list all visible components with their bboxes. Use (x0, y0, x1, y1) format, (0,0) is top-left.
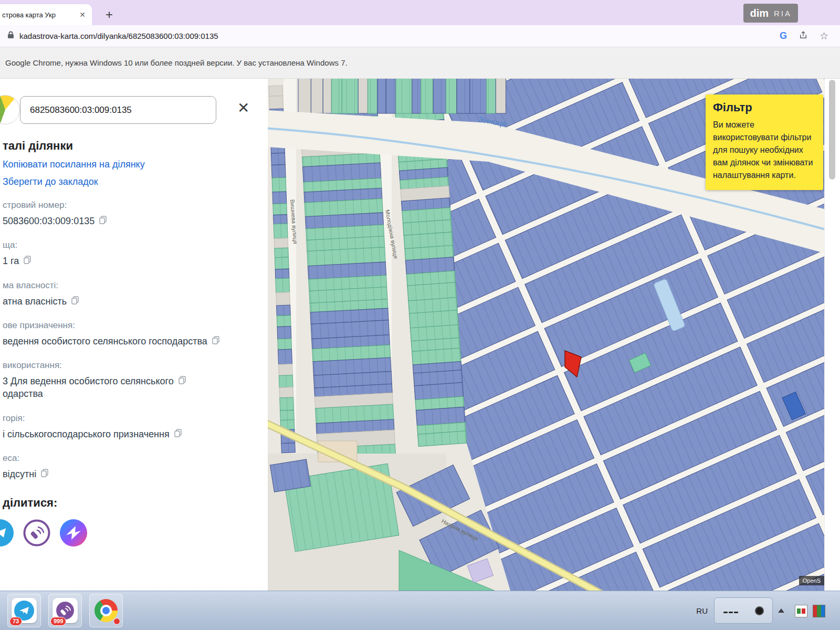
map-area: Зінниця Вишнева вулиця Молодіжна вулиця … (268, 79, 824, 591)
copy-icon[interactable] (41, 469, 48, 480)
filter-info-panel: Фільтр Ви можете використовувати фільтри… (706, 94, 823, 190)
share-row (3, 519, 261, 547)
field-area: ща: 1 га (3, 240, 261, 267)
address-bar-actions: G ☆ (780, 30, 833, 42)
windows-taskbar: 73 999 RU (0, 591, 840, 630)
tab-title: строва карта Укр (2, 11, 74, 19)
new-tab-button[interactable]: + (106, 9, 113, 20)
telegram-badge: 73 (9, 617, 22, 626)
language-bar-icon[interactable] (723, 606, 739, 615)
browser-window: строва карта Укр ✕ + dim RIA kadastrova-… (0, 0, 840, 630)
field-category: горія: і сільськогосподарського призначе… (3, 413, 261, 440)
field-cadastral-number: стровий номер: 5083600:03:009:0135 (3, 200, 261, 227)
field-ownership: ма власності: атна власність (3, 280, 261, 308)
tray-display-icon[interactable] (813, 605, 825, 617)
field-address: еса: відсутні (3, 453, 261, 480)
url-text[interactable]: kadastrova-karta.com/dilyanka/6825083600… (19, 32, 218, 40)
copy-icon[interactable] (174, 429, 182, 440)
close-panel-button[interactable]: ✕ (237, 99, 249, 117)
parcel-details-panel: 6825083600:03:009:0135 ✕ талі ділянки Ко… (0, 79, 268, 591)
viber-badge: 999 (50, 617, 66, 626)
taskbar-telegram-button[interactable]: 73 (7, 594, 41, 627)
copy-icon[interactable] (71, 296, 79, 307)
osm-attribution[interactable]: OpenS (799, 576, 824, 585)
show-hidden-icons-caret[interactable] (778, 608, 784, 613)
tab-strip: строва карта Укр ✕ + dim RIA (0, 0, 840, 25)
warning-text: Google Chrome, нужна Windows 10 или боле… (5, 58, 348, 67)
volume-icon[interactable] (755, 606, 764, 615)
address-bar[interactable]: kadastrova-karta.com/dilyanka/6825083600… (0, 25, 840, 47)
watermark-ria-text: RIA (774, 9, 792, 18)
language-indicator[interactable]: RU (696, 591, 708, 630)
field-usage: використання: 3 Для ведення особистого с… (3, 360, 261, 401)
save-to-bookmarks[interactable]: Зберегти до закладок (3, 176, 261, 187)
padlock-icon[interactable] (7, 31, 14, 41)
active-tab[interactable]: строва карта Укр ✕ (0, 4, 92, 25)
field-label: ма власності: (3, 280, 261, 291)
page-content: 6825083600:03:009:0135 ✕ талі ділянки Ко… (0, 79, 840, 591)
filter-panel-title: Фільтр (713, 101, 816, 114)
field-label: еса: (3, 453, 261, 464)
filter-panel-body: Ви можете використовувати фільтри для по… (713, 119, 816, 182)
taskbar-viber-button[interactable]: 999 (48, 594, 82, 627)
field-value: атна власність (3, 295, 67, 308)
chrome-notification-badge (113, 618, 120, 625)
viber-share-icon[interactable] (23, 519, 50, 547)
browser-scrollbar[interactable] (824, 79, 840, 591)
field-value: і сільськогосподарського призначення (3, 428, 170, 440)
field-label: ове призначення: (3, 320, 261, 331)
field-value: 5083600:03:009:0135 (3, 215, 94, 227)
taskbar-chrome-button[interactable] (89, 594, 123, 627)
share-title: ділитися: (3, 496, 261, 510)
bookmark-star-icon[interactable]: ☆ (820, 30, 828, 42)
field-purpose: ове призначення: ведення особистого селя… (3, 320, 261, 348)
field-value: ведення особистого селянського господарс… (3, 335, 207, 348)
field-label: стровий номер: (3, 200, 261, 211)
field-label: горія: (3, 413, 261, 424)
field-value: 1 га (3, 255, 19, 267)
copy-link-to-parcel[interactable]: Копіювати посилання на ділянку (3, 159, 261, 170)
details-title: талі ділянки (3, 139, 261, 153)
search-value: 6825083600:03:009:0135 (30, 105, 132, 116)
messenger-share-icon[interactable] (60, 519, 87, 547)
copy-icon[interactable] (99, 216, 107, 227)
copy-icon[interactable] (178, 376, 186, 387)
tab-close-icon[interactable]: ✕ (78, 10, 87, 19)
google-account-icon[interactable]: G (780, 30, 787, 41)
share-icon[interactable] (799, 30, 808, 42)
field-label: використання: (3, 360, 261, 371)
tray-network-icon[interactable] (795, 605, 807, 617)
system-tray (714, 597, 773, 624)
chrome-update-warning: Google Chrome, нужна Windows 10 или боле… (0, 47, 840, 79)
field-value: відсутні (3, 468, 36, 480)
telegram-share-icon[interactable] (0, 519, 14, 547)
site-logo (0, 95, 20, 124)
copy-icon[interactable] (212, 336, 219, 347)
watermark-dim-text: dim (750, 7, 769, 19)
scrollbar-thumb[interactable] (829, 80, 835, 180)
field-label: ща: (3, 240, 261, 250)
parcel-search-box[interactable]: 6825083600:03:009:0135 (20, 96, 216, 124)
field-value: 3 Для ведення особистого селянського ода… (3, 375, 174, 401)
copy-icon[interactable] (24, 256, 31, 267)
dim-ria-watermark: dim RIA (743, 4, 798, 23)
search-row: 6825083600:03:009:0135 ✕ (0, 96, 268, 125)
